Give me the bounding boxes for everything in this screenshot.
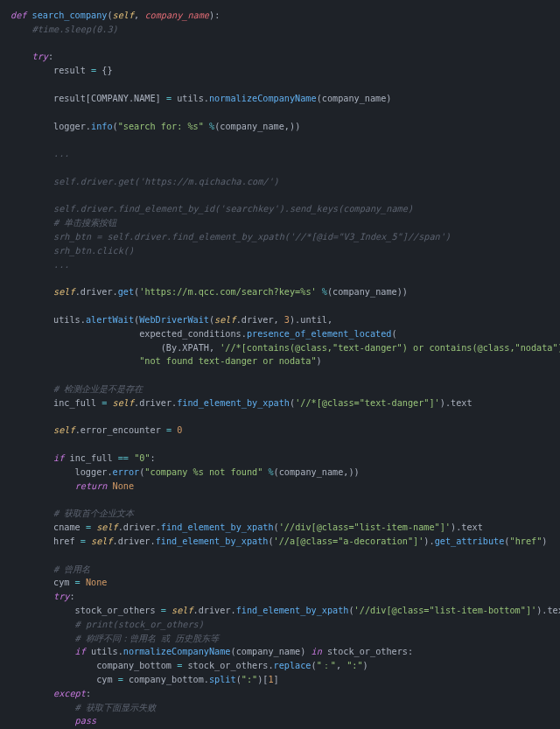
code-content: def search_company(self, company_name): … [10,11,560,729]
code-block: def search_company(self, company_name): … [0,0,560,729]
